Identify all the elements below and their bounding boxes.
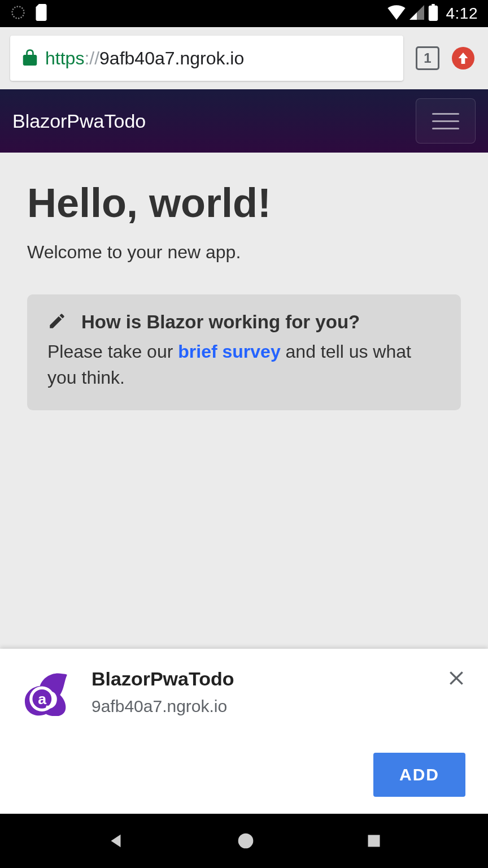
url-separator: :// [84, 48, 99, 68]
recent-apps-button[interactable] [366, 833, 382, 849]
hamburger-icon [432, 128, 459, 129]
close-button[interactable] [447, 668, 465, 692]
home-button[interactable] [237, 832, 255, 850]
survey-body: Please take our brief survey and tell us… [47, 338, 441, 391]
back-button[interactable] [106, 831, 125, 850]
svg-rect-4 [368, 835, 380, 847]
android-status-bar: 4:12 [0, 0, 488, 27]
survey-link[interactable]: brief survey [178, 341, 280, 362]
wifi-icon [387, 5, 406, 22]
add-button[interactable]: ADD [373, 753, 465, 797]
survey-title: How is Blazor working for you? [81, 311, 360, 333]
pwa-host: 9afb40a7.ngrok.io [91, 697, 429, 716]
url-scheme: https [45, 48, 84, 68]
browser-toolbar: https://9afb40a7.ngrok.io 1 [0, 27, 488, 89]
cellular-signal-icon [409, 5, 425, 22]
pwa-app-icon: a [23, 668, 73, 719]
url-text: https://9afb40a7.ngrok.io [45, 48, 244, 69]
android-nav-bar [0, 814, 488, 868]
survey-card: How is Blazor working for you? Please ta… [27, 294, 461, 410]
lock-icon [23, 49, 37, 68]
url-bar[interactable]: https://9afb40a7.ngrok.io [10, 36, 403, 81]
tabs-count: 1 [424, 50, 431, 66]
svg-text:a: a [38, 691, 46, 708]
pwa-title: BlazorPwaTodo [91, 668, 429, 690]
hamburger-menu-button[interactable] [416, 98, 476, 144]
sd-card-icon [34, 4, 49, 23]
pwa-install-prompt: a BlazorPwaTodo 9afb40a7.ngrok.io ADD [0, 649, 488, 814]
svg-point-3 [238, 834, 254, 849]
loading-spinner-icon [10, 5, 26, 23]
hamburger-icon [432, 113, 459, 115]
chrome-update-badge-icon[interactable] [452, 47, 474, 70]
hamburger-icon [432, 120, 459, 122]
url-host: 9afb40a7.ngrok.io [99, 48, 244, 68]
page-title: Hello, world! [27, 180, 461, 226]
survey-body-pre: Please take our [47, 341, 178, 362]
svg-point-0 [12, 7, 24, 19]
page-subtitle: Welcome to your new app. [27, 242, 461, 263]
pencil-icon [47, 311, 67, 333]
app-title: BlazorPwaTodo [12, 110, 146, 132]
main-content: Hello, world! Welcome to your new app. H… [0, 153, 488, 410]
clock-time: 4:12 [446, 5, 478, 23]
app-header: BlazorPwaTodo [0, 89, 488, 153]
battery-icon [428, 4, 438, 23]
tabs-button[interactable]: 1 [416, 46, 439, 70]
